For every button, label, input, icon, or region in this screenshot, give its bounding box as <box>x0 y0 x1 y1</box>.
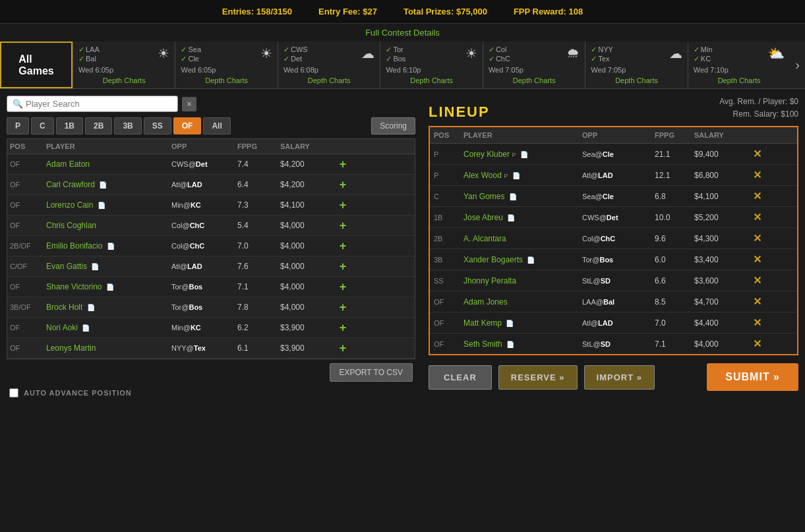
remove-player-button[interactable]: ✕ <box>747 211 767 223</box>
depth-charts-link[interactable]: Depth Charts <box>386 74 477 88</box>
remove-player-button[interactable]: ✕ <box>747 316 767 329</box>
team2: ✓KC <box>694 55 729 63</box>
add-player-button[interactable]: + <box>333 260 353 272</box>
depth-charts-link[interactable]: Depth Charts <box>78 74 169 88</box>
add-player-button[interactable]: + <box>333 301 353 313</box>
col-fppg: FPPG <box>237 142 280 150</box>
game-time: Wed 6:10p <box>386 66 421 74</box>
depth-charts-link[interactable]: Depth Charts <box>591 74 682 88</box>
clear-button[interactable]: CLEAR <box>429 365 492 390</box>
add-player-button[interactable]: + <box>333 179 353 191</box>
lineup-player-name[interactable]: Seth Smith 📄 <box>463 340 582 349</box>
pos-tab-1b[interactable]: 1B <box>56 117 83 134</box>
lineup-fppg: 7.0 <box>655 318 694 328</box>
player-name[interactable]: Adam Eaton <box>46 160 171 169</box>
lineup-fppg: 6.8 <box>655 192 694 201</box>
auto-advance-checkbox[interactable] <box>9 388 18 398</box>
player-name[interactable]: Chris Coghlan <box>46 221 171 230</box>
lineup-salary: $3,400 <box>694 255 747 264</box>
depth-charts-link[interactable]: Depth Charts <box>181 74 272 88</box>
player-pos: OF <box>10 160 46 168</box>
pos-tab-3b[interactable]: 3B <box>114 117 141 134</box>
player-fppg: 7.8 <box>237 303 280 312</box>
remove-player-button[interactable]: ✕ <box>747 295 767 308</box>
lineup-salary: $9,400 <box>694 150 747 159</box>
fpp-info: FPP Reward: 108 <box>514 7 583 16</box>
player-name[interactable]: Carl Crawford 📄 <box>46 180 171 189</box>
player-name[interactable]: Brock Holt 📄 <box>46 303 171 312</box>
contest-details-link[interactable]: Full Contest Details <box>365 28 440 38</box>
player-name[interactable]: Lorenzo Cain 📄 <box>46 200 171 210</box>
table-row: C/OF Evan Gattis 📄 Atl@LAD 7.6 $4,000 + <box>7 256 415 277</box>
player-pos: OF <box>10 181 46 189</box>
clear-search-button[interactable]: × <box>182 97 196 111</box>
game-teams: ✓Sea ✓Cle <box>181 45 216 63</box>
pos-tab-ss[interactable]: SS <box>144 117 171 134</box>
pos-tab-2b[interactable]: 2B <box>85 117 112 134</box>
add-player-button[interactable]: + <box>333 322 353 334</box>
depth-charts-link[interactable]: Depth Charts <box>489 74 580 88</box>
remove-player-button[interactable]: ✕ <box>747 274 767 287</box>
import-button[interactable]: IMPORT » <box>584 365 655 390</box>
col-salary: SALARY <box>280 142 333 150</box>
player-name[interactable]: Nori Aoki 📄 <box>46 323 171 332</box>
add-player-button[interactable]: + <box>333 240 353 252</box>
lineup-player-name[interactable]: Alex Wood P 📄 <box>463 171 582 180</box>
lineup-player-name[interactable]: Xander Bogaerts 📄 <box>463 255 582 264</box>
remove-player-button[interactable]: ✕ <box>747 169 767 181</box>
submit-button[interactable]: SUBMIT » <box>707 363 798 391</box>
depth-charts-link[interactable]: Depth Charts <box>283 74 374 88</box>
lineup-player-name[interactable]: A. Alcantara <box>463 234 582 243</box>
pos-tab-all[interactable]: All <box>203 117 230 134</box>
col-add <box>333 142 353 150</box>
player-pos: 2B/OF <box>10 242 46 250</box>
entries-label: Entries: <box>222 7 254 16</box>
lineup-player-name[interactable]: Adam Jones <box>463 297 582 307</box>
player-pos: 3B/OF <box>10 303 46 311</box>
player-opp: CWS@Det <box>171 160 237 168</box>
add-player-button[interactable]: + <box>333 342 353 354</box>
lineup-player-name[interactable]: Matt Kemp 📄 <box>463 318 582 328</box>
search-box[interactable]: 🔍 <box>7 96 178 112</box>
export-csv-button[interactable]: EXPORT TO CSV <box>330 363 413 382</box>
add-player-button[interactable]: + <box>333 158 353 170</box>
player-salary: $4,200 <box>280 160 333 169</box>
reserve-button[interactable]: RESERVE » <box>498 365 578 390</box>
player-name[interactable]: Leonys Martin <box>46 343 171 353</box>
team2: ✓Cle <box>181 55 216 63</box>
lineup-opp: CWS@Det <box>582 214 655 222</box>
table-row: OF Chris Coghlan Col@ChC 5.4 $4,000 + <box>7 216 415 236</box>
depth-charts-link[interactable]: Depth Charts <box>694 74 785 88</box>
remove-player-button[interactable]: ✕ <box>747 148 767 160</box>
player-pos: C/OF <box>10 262 46 270</box>
all-games-tab[interactable]: AllGames <box>0 42 73 88</box>
lineup-player-name[interactable]: Corey Kluber P 📄 <box>463 150 582 159</box>
export-row: EXPORT TO CSV <box>7 363 415 382</box>
pos-tab-of[interactable]: OF <box>173 117 202 134</box>
pos-tab-p[interactable]: P <box>7 117 29 134</box>
lineup-player-name[interactable]: Jhonny Peralta <box>463 276 582 285</box>
list-item: OF Seth Smith 📄 StL@SD 7.1 $4,000 ✕ <box>430 334 797 354</box>
scoring-button[interactable]: Scoring <box>371 117 415 134</box>
player-name[interactable]: Emilio Bonifacio 📄 <box>46 241 171 251</box>
remove-player-button[interactable]: ✕ <box>747 338 767 350</box>
lineup-player-name[interactable]: Yan Gomes 📄 <box>463 192 582 201</box>
search-input[interactable] <box>26 99 172 109</box>
add-player-button[interactable]: + <box>333 199 353 211</box>
lineup-player-name[interactable]: Jose Abreu 📄 <box>463 213 582 222</box>
col-pos: POS <box>434 131 463 139</box>
add-player-button[interactable]: + <box>333 281 353 293</box>
games-next-arrow[interactable]: › <box>790 42 805 88</box>
remove-player-button[interactable]: ✕ <box>747 232 767 245</box>
player-name[interactable]: Evan Gattis 📄 <box>46 262 171 271</box>
lineup-opp: Col@ChC <box>582 235 655 243</box>
lineup-fppg: 12.1 <box>655 171 694 180</box>
remove-player-button[interactable]: ✕ <box>747 253 767 266</box>
remove-player-button[interactable]: ✕ <box>747 190 767 202</box>
weather-icon: ☀ <box>260 45 272 61</box>
game-time: Wed 7:05p <box>591 66 626 74</box>
pos-tab-c[interactable]: C <box>31 117 54 134</box>
add-player-button[interactable]: + <box>333 220 353 231</box>
weather-icon: ☀ <box>158 45 169 61</box>
player-name[interactable]: Shane Victorino 📄 <box>46 282 171 291</box>
